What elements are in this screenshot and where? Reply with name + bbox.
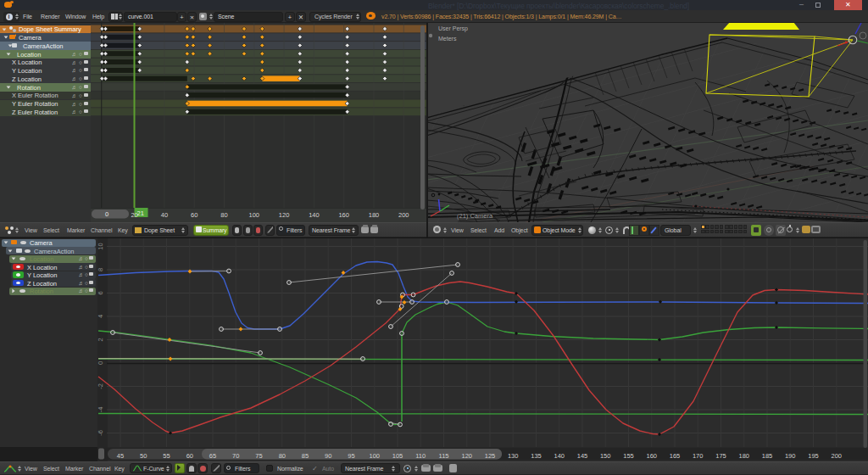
svg-text:75: 75 [255,452,262,460]
svg-text:140: 140 [309,211,320,219]
svg-text:50: 50 [140,452,147,460]
svg-text:105: 105 [392,452,403,460]
svg-text:135: 135 [531,452,542,460]
svg-text:80: 80 [279,452,286,460]
svg-text:User Persp: User Persp [438,25,468,32]
svg-text:(21) Camera: (21) Camera [457,212,493,220]
svg-text:120: 120 [279,211,290,219]
svg-text:70: 70 [232,452,239,460]
svg-text:90: 90 [325,452,331,460]
svg-text:65: 65 [209,452,216,460]
svg-text:20: 20 [131,211,137,219]
svg-text:180: 180 [369,211,380,219]
svg-text:80: 80 [220,211,227,219]
svg-text:-4: -4 [97,407,104,413]
svg-text:95: 95 [348,452,354,460]
svg-text:0: 0 [97,361,104,365]
svg-text:185: 185 [762,452,773,460]
svg-text:100: 100 [249,211,260,219]
svg-text:155: 155 [623,452,634,460]
svg-text:200: 200 [398,211,409,219]
svg-text:130: 130 [508,452,519,460]
svg-text:-6: -6 [97,430,104,436]
svg-text:Meters: Meters [438,36,457,42]
svg-text:140: 140 [554,452,565,460]
svg-text:10: 10 [97,243,104,249]
svg-text:60: 60 [186,452,193,460]
svg-text:2: 2 [97,338,104,341]
svg-text:8: 8 [97,268,104,271]
svg-text:170: 170 [693,452,704,460]
svg-text:115: 115 [439,452,449,460]
svg-text:40: 40 [161,211,168,219]
svg-text:160: 160 [338,211,349,219]
svg-text:45: 45 [117,452,124,460]
svg-text:150: 150 [600,452,611,460]
svg-text:55: 55 [163,452,170,460]
svg-text:4: 4 [97,315,104,318]
svg-text:0: 0 [105,210,108,218]
svg-text:125: 125 [485,452,496,460]
svg-text:-2: -2 [97,383,104,389]
svg-text:160: 160 [647,452,658,460]
svg-text:110: 110 [415,452,426,460]
svg-text:120: 120 [462,452,473,460]
svg-text:180: 180 [739,452,750,460]
svg-text:195: 195 [808,452,819,460]
svg-text:190: 190 [785,452,796,460]
svg-text:6: 6 [97,291,104,294]
svg-text:85: 85 [302,452,309,460]
svg-text:60: 60 [191,211,198,219]
svg-text:175: 175 [715,452,726,460]
svg-text:100: 100 [370,452,381,460]
svg-text:200: 200 [832,452,843,460]
svg-text:165: 165 [670,452,681,460]
svg-text:145: 145 [577,452,588,460]
